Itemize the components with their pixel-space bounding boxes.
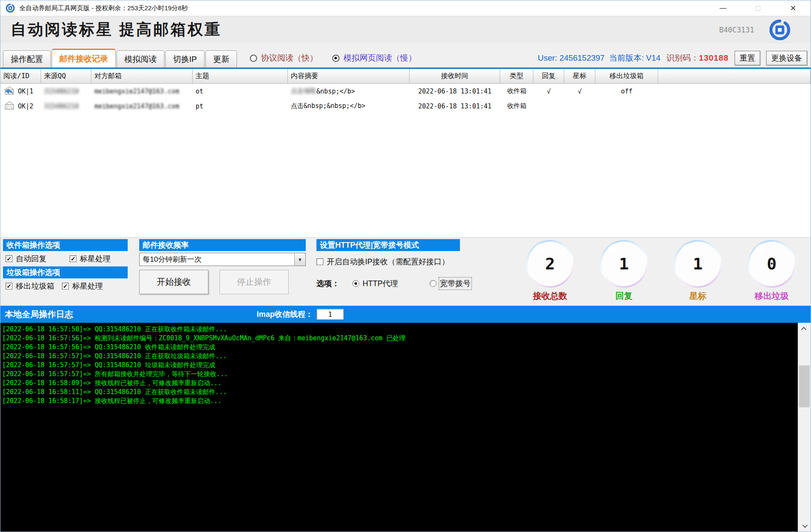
cell-read-id: OK|1	[0, 84, 41, 99]
header-cell-6: 类型	[500, 69, 533, 83]
counters: 2接收总数1回复1星标0移出垃圾	[513, 238, 809, 306]
imap-thread-label: Imap收信线程：	[257, 309, 313, 319]
header-cell-5: 接收时间	[410, 69, 500, 83]
cell-reply-mark: √	[533, 84, 564, 99]
mailbox-options-group: 收件箱操作选项 ✓自动回复✓标星处理 垃圾箱操作选项 ✓移出垃圾箱✓标星处理	[3, 239, 128, 294]
start-receive-button[interactable]: 开始接收	[139, 270, 208, 294]
imap-thread-input[interactable]	[316, 309, 344, 320]
mail-icon	[3, 100, 18, 112]
tab-operation-config[interactable]: 操作配置	[3, 50, 51, 67]
proxy-panel: 设置HTTP代理|宽带拨号模式 开启自动换IP接收（需配置好接口） 选项： HT…	[316, 239, 501, 289]
cell-peer-email: meibengxie2147@163.com	[91, 84, 193, 99]
counter-1: 1回复	[592, 238, 656, 306]
checkbox-inbox-star[interactable]: ✓标星处理	[70, 254, 111, 264]
maximize-button[interactable]: □	[741, 0, 776, 16]
summary-text: &nbsp;</b>	[316, 88, 355, 95]
checkbox-label: 移出垃圾箱	[16, 281, 54, 291]
counter-bubble-icon: 1	[600, 240, 648, 288]
app-logo-icon	[6, 3, 15, 13]
counter-value: 1	[619, 254, 629, 273]
log-scrollbar[interactable]	[798, 323, 811, 532]
header-cell-1: 来源QQ	[41, 69, 91, 83]
checkbox-icon: ✓	[6, 255, 12, 262]
brand-logo-icon	[769, 19, 791, 41]
log-line: [2022-06-18 16:58:17]=> 接收线程已被停止，可修改频率重新…	[2, 397, 796, 406]
user-info: User: 2456152397 当前版本: V14	[538, 53, 660, 64]
stop-operation-button[interactable]: 停止操作	[220, 270, 289, 294]
close-button[interactable]: ✕	[776, 0, 811, 16]
cell-received-time: 2022-06-18 13:01:41	[410, 84, 500, 99]
trash-options-title: 垃圾箱操作选项	[3, 266, 128, 278]
header-cell-0: 阅读/ID	[0, 69, 41, 83]
checkbox-move-out-trash[interactable]: ✓移出垃圾箱	[6, 281, 54, 291]
checkbox-label: 自动回复	[16, 254, 47, 264]
cell-star-mark: √	[564, 84, 595, 99]
read-mode-group: 协议阅读（快）模拟网页阅读（慢）	[250, 49, 416, 67]
radio-label: HTTP代理	[363, 278, 398, 289]
cell-filler	[658, 99, 811, 114]
log-line: [2022-06-18 16:57:50]=> QQ:315486210 正在获…	[2, 325, 796, 334]
table-body: OK|1315486210meibengxie2147@163.comot点击领…	[0, 84, 811, 237]
table-row[interactable]: OK|2315486210meibengxie2147@163.compt点击&…	[0, 99, 811, 114]
tab-mail-receive-records[interactable]: 邮件接收记录	[52, 49, 116, 67]
tab-strip: 操作配置邮件接收记录模拟阅读切换IP更新	[3, 49, 238, 67]
scrollbar-thumb[interactable]	[799, 365, 810, 407]
cell-mail-type: 收件箱	[500, 84, 533, 99]
checkbox-trash-star[interactable]: ✓标星处理	[62, 281, 103, 291]
radio-broadband-dial[interactable]: 宽带拨号	[430, 278, 471, 289]
peer-email-text: meibengxie2147@163.com	[94, 102, 179, 110]
control-strip: 收件箱操作选项 ✓自动回复✓标星处理 垃圾箱操作选项 ✓移出垃圾箱✓标星处理 邮…	[0, 237, 811, 306]
tab-update[interactable]: 更新	[205, 50, 237, 67]
read-id-text: OK|2	[18, 102, 33, 110]
table-row[interactable]: OK|1315486210meibengxie2147@163.comot点击领…	[0, 84, 811, 99]
source-qq-text: 315486210	[44, 102, 79, 110]
log-line: [2022-06-18 16:57:57]=> QQ:315486210 垃圾箱…	[2, 361, 796, 370]
reset-button[interactable]: 重置	[735, 51, 760, 65]
inbox-options-title: 收件箱操作选项	[3, 239, 128, 251]
log-line: [2022-06-18 16:57:57]=> 所有邮箱接收并处理完毕，等待下一…	[2, 370, 796, 379]
counter-value: 1	[693, 254, 703, 273]
radio-icon	[332, 55, 340, 62]
chevron-down-icon[interactable]: ▼	[294, 253, 305, 266]
scroll-down-icon[interactable]	[798, 520, 811, 532]
frequency-title: 邮件接收频率	[139, 239, 306, 251]
log-line: [2022-06-18 16:58:09]=> 接收线程已被停止，可修改频率重新…	[2, 379, 796, 388]
scrollbar-track[interactable]	[798, 335, 811, 520]
read-id-text: OK|1	[18, 88, 33, 95]
proxy-options-label: 选项：	[316, 278, 340, 289]
change-device-button[interactable]: 更换设备	[766, 51, 807, 65]
device-code: B40C3131	[719, 26, 754, 34]
cell-subject: ot	[193, 84, 288, 99]
checkbox-auto-switch-ip[interactable]: 开启自动换IP接收（需配置好接口）	[316, 257, 449, 267]
counter-3: 0移出垃圾	[740, 238, 804, 306]
tab-switch-ip[interactable]: 切换IP	[165, 50, 205, 67]
header-cell-filler	[658, 69, 811, 83]
header-cell-9: 移出垃圾箱	[595, 69, 658, 83]
tab-simulate-read[interactable]: 模拟阅读	[117, 50, 164, 67]
radio-http-proxy[interactable]: HTTP代理	[352, 278, 398, 289]
frequency-dropdown[interactable]: 每10分钟刷新一次 ▼	[139, 253, 306, 266]
cell-star-mark	[564, 99, 595, 114]
radio-label: 模拟网页阅读（慢）	[343, 53, 416, 64]
banner-headline: 自动阅读标星 提高邮箱权重	[11, 19, 222, 40]
cell-reply-mark	[533, 99, 564, 114]
checkbox-icon: ✓	[70, 255, 76, 262]
radio-protocol-read[interactable]: 协议阅读（快）	[250, 53, 318, 64]
frequency-dropdown-value: 每10分钟刷新一次	[140, 254, 294, 264]
minimize-button[interactable]: —	[706, 0, 741, 16]
counter-value: 0	[767, 254, 777, 273]
window-title: 全自动养邮局工具网页版 - 授权剩余：253天22小时19分8秒	[19, 4, 188, 12]
cell-summary: 点击&nbsp;&nbsp;</b>	[288, 99, 410, 114]
checkbox-label: 标星处理	[80, 254, 111, 264]
header-cell-7: 回复	[533, 69, 564, 83]
banner: 自动阅读标星 提高邮箱权重 B40C3131	[0, 16, 811, 43]
checkbox-auto-reply[interactable]: ✓自动回复	[6, 254, 47, 264]
log-line: [2022-06-18 16:57:57]=> QQ:315486210 正在获…	[2, 352, 796, 361]
scroll-up-icon[interactable]	[798, 323, 811, 335]
counter-0: 2接收总数	[518, 238, 582, 306]
summary-text: 点击&nbsp;&nbsp;</b>	[291, 102, 366, 110]
radio-web-read[interactable]: 模拟网页阅读（慢）	[332, 53, 416, 64]
cell-read-id: OK|2	[0, 99, 41, 114]
id-code: 识别码：130188	[667, 53, 729, 64]
proxy-title: 设置HTTP代理|宽带拨号模式	[316, 239, 460, 251]
